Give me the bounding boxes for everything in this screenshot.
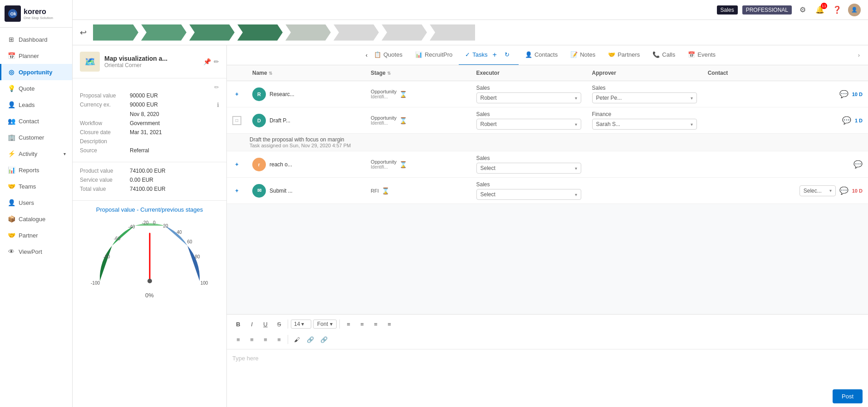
task-contact-cell: 💬 1 D (702, 107, 868, 134)
font-family-select[interactable]: Font ▾ (313, 320, 337, 329)
separator (339, 320, 340, 329)
approver-select-value: Sarah S... (596, 121, 620, 127)
task-name-cell: R Researc... (247, 81, 365, 107)
edit-details-icon[interactable]: ✏ (214, 84, 219, 91)
sidebar-item-teams[interactable]: 🤝 Teams (0, 178, 72, 194)
sidebar-item-reports[interactable]: 📊 Reports (0, 162, 72, 178)
sidebar-item-viewport[interactable]: 👁 ViewPort (0, 243, 72, 260)
sidebar-item-partner[interactable]: 🤝 Partner (0, 227, 72, 243)
tab-add-button[interactable]: + (490, 51, 500, 59)
chevron-down-icon: ▾ (575, 166, 577, 171)
add-row-btn[interactable]: + (227, 151, 247, 178)
bold-button[interactable]: B (232, 318, 244, 330)
chat-icon[interactable]: 💬 (842, 116, 851, 125)
tab-next-button[interactable]: › (855, 52, 863, 58)
sidebar-item-dashboard[interactable]: ⊞ Dashboard (0, 31, 72, 48)
bullet-list-button[interactable]: ≡ (343, 318, 354, 330)
tab-partners[interactable]: 🤝 Partners (602, 45, 646, 65)
sidebar-item-label: ViewPort (19, 248, 42, 255)
notifications-button[interactable]: 🔔 11 (814, 4, 826, 16)
user-avatar[interactable]: 👤 (848, 4, 861, 16)
align-left-button[interactable]: ≡ (232, 334, 244, 345)
add-row-btn[interactable]: + (227, 178, 247, 204)
pipeline-stage-2[interactable] (141, 24, 186, 41)
chevron-down-icon: ▾ (575, 122, 577, 127)
tab-recruitpro[interactable]: 📊 RecruitPro (409, 45, 459, 65)
pin-icon[interactable]: 📌 (203, 58, 211, 65)
pipeline-stage-4[interactable] (237, 24, 283, 41)
underline-button[interactable]: U (260, 318, 271, 330)
pipeline-stage-3[interactable] (189, 24, 235, 41)
executor-select[interactable]: Select ▾ (476, 189, 581, 200)
chat-icon[interactable]: 💬 (853, 160, 863, 169)
tab-quotes[interactable]: 📋 Quotes (368, 45, 409, 65)
approver-select[interactable]: Peter Pe... ▾ (592, 92, 697, 103)
pipeline-stage-1[interactable] (93, 24, 138, 41)
sidebar-item-activity[interactable]: ⚡ Activity ▾ (0, 145, 72, 162)
sidebar-item-opportunity[interactable]: ◎ Opportunity (0, 64, 72, 80)
align-justify-button[interactable]: ≡ (273, 334, 285, 345)
tab-notes[interactable]: 📝 Notes (564, 45, 602, 65)
align-center-button[interactable]: ≡ (246, 334, 258, 345)
task-executor-cell: Sales Select ▾ (471, 151, 587, 178)
sort-name-icon[interactable]: ⇅ (269, 71, 272, 76)
sidebar-item-planner[interactable]: 📅 Planner (0, 48, 72, 64)
sort-stage-icon[interactable]: ⇅ (387, 71, 391, 76)
sidebar-nav: ⊞ Dashboard 📅 Planner ◎ Opportunity 💡 Qu… (0, 28, 72, 407)
sidebar-item-contact[interactable]: 👥 Contact (0, 113, 72, 129)
closure-row: Closure date Mar 31, 2021 (80, 129, 219, 136)
sidebar-item-catalogue[interactable]: 📦 Catalogue (0, 211, 72, 227)
link-button[interactable]: 🔗 (304, 334, 316, 345)
tab-tasks[interactable]: ✓ Tasks + ↻ (459, 45, 519, 65)
add-row-btn[interactable]: + (227, 81, 247, 107)
font-size-value: 14 (294, 321, 300, 327)
back-button[interactable]: ↩ (80, 28, 87, 38)
edit-icon[interactable]: ✏ (214, 58, 219, 65)
proposal-value-label: Proposal value (80, 92, 130, 99)
outdent-button[interactable]: ≡ (383, 318, 395, 330)
color-picker-button[interactable]: 🖌 (291, 334, 303, 345)
pipeline-stage-5[interactable] (285, 24, 331, 41)
task-name-cell: ✉ Submit ... (247, 178, 365, 204)
tab-recruitpro-label: RecruitPro (425, 51, 452, 58)
executor-select[interactable]: Robert ▾ (476, 92, 581, 103)
pipeline-stage-8[interactable] (430, 24, 475, 41)
task-avatar: ✉ (252, 184, 266, 198)
executor-select[interactable]: Robert ▾ (476, 119, 581, 130)
users-icon: 👤 (8, 199, 15, 206)
font-size-select[interactable]: 14 ▾ (291, 320, 311, 329)
chevron-down-icon: ▾ (64, 151, 66, 156)
align-right-button[interactable]: ≡ (260, 334, 271, 345)
unlink-button[interactable]: 🔗 (318, 334, 330, 345)
tab-events[interactable]: 📅 Events (682, 45, 722, 65)
pipeline-stage-6[interactable] (333, 24, 379, 41)
sidebar-item-leads[interactable]: 👤 Leads (0, 97, 72, 113)
hourglass-icon: ⌛ (399, 161, 407, 168)
strikethrough-button[interactable]: S (273, 318, 285, 330)
info-icon[interactable]: ℹ (217, 102, 219, 108)
sidebar-item-quote[interactable]: 💡 Quote (0, 80, 72, 97)
expanded-row: Draft the proposal with focus on margin … (227, 134, 868, 151)
editor-content[interactable]: Type here (227, 349, 868, 386)
add-row-btn[interactable]: □ (227, 107, 247, 134)
italic-button[interactable]: I (246, 318, 258, 330)
approver-select[interactable]: Sarah S... ▾ (592, 119, 697, 130)
chat-icon[interactable]: 💬 (839, 186, 848, 195)
indent-button[interactable]: ≡ (370, 318, 382, 330)
service-value-row: Service value 0.00 EUR (80, 177, 219, 183)
pipeline-stage-7[interactable] (382, 24, 427, 41)
post-button[interactable]: Post (833, 389, 863, 403)
chat-icon[interactable]: 💬 (839, 90, 848, 98)
settings-button[interactable]: ⚙ (796, 4, 809, 16)
tab-contacts[interactable]: 👤 Contacts (519, 45, 564, 65)
partners-tab-icon: 🤝 (608, 51, 615, 58)
tab-calls[interactable]: 📞 Calls (646, 45, 682, 65)
executor-select[interactable]: Select ▾ (476, 163, 581, 174)
help-button[interactable]: ❓ (831, 4, 843, 16)
sidebar-item-users[interactable]: 👤 Users (0, 194, 72, 211)
proposal-value-row: Proposal value 90000 EUR (80, 92, 219, 99)
sidebar-item-customer[interactable]: 🏢 Customer (0, 129, 72, 145)
tab-refresh-button[interactable]: ↻ (502, 51, 512, 58)
contact-select[interactable]: Selec... ▾ (799, 185, 836, 196)
ordered-list-button[interactable]: ≡ (356, 318, 368, 330)
